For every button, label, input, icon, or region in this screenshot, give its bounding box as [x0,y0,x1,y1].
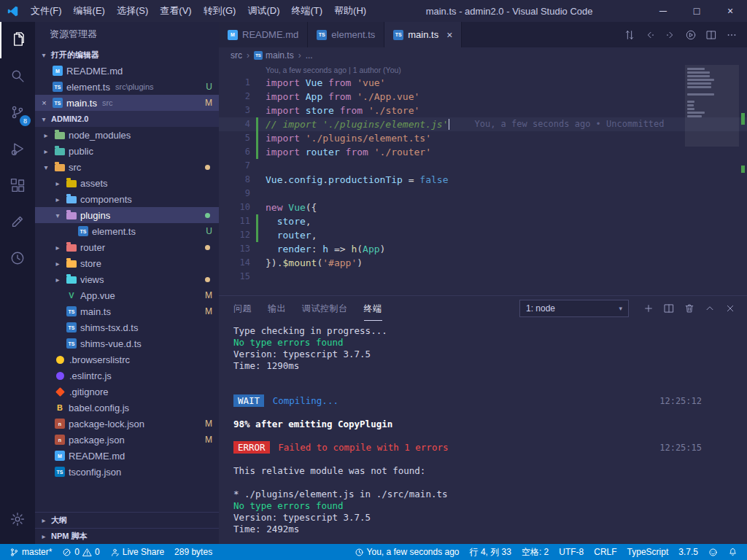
maximize-button[interactable]: □ [680,0,713,22]
panel-tab-item[interactable]: 问题 [233,296,252,321]
tree-item-browserslistrc[interactable]: .browserslistrc [35,351,219,368]
code-line[interactable]: 8Vue.config.productionTip = false [219,173,747,187]
menu-item-d[interactable]: 调试(D) [241,0,285,22]
code-line[interactable]: 2import App from './App.vue' [219,90,747,104]
open-changes-icon[interactable] [620,26,639,44]
status-ts-version[interactable]: 3.7.5 [673,544,703,560]
status-language[interactable]: TypeScript [622,544,674,560]
activity-extensions[interactable] [0,168,35,204]
open-editor-main-ts[interactable]: ×TSmain.tssrcM [35,95,219,111]
breadcrumb-item-item[interactable]: ... [306,50,313,61]
tree-item-readme-md[interactable]: MREADME.md [35,448,219,464]
status-indentation[interactable]: 空格: 2 [516,544,554,560]
tree-item-tsconfig-json[interactable]: TStsconfig.json [35,464,219,480]
tab-element-ts[interactable]: TSelement.ts [308,22,384,47]
close-icon[interactable]: × [446,29,452,41]
activity-debug[interactable] [0,131,35,168]
code-line[interactable]: 1import Vue from 'vue' [219,76,747,90]
terminal-selector[interactable]: 1: node ▾ [519,300,629,317]
previous-change-icon[interactable] [640,26,659,44]
activity-source-control[interactable]: 8 [0,95,35,131]
status-notifications[interactable] [723,544,743,560]
section-npm[interactable]: ▸NPM 脚本 [35,528,219,544]
tree-item-package-lock-json[interactable]: npackage-lock.jsonM [35,416,219,432]
split-terminal-icon[interactable] [659,299,678,318]
menu-item-v[interactable]: 查看(V) [154,0,197,22]
activity-explorer[interactable] [0,22,35,58]
status-problems[interactable]: 00 [57,544,104,560]
close-panel-icon[interactable] [721,299,740,318]
status-live-share[interactable]: Live Share [105,544,169,560]
tree-item-package-json[interactable]: npackage.jsonM [35,432,219,448]
code-line[interactable]: 5import './plugins/element.ts' [219,131,747,145]
close-icon[interactable]: × [39,98,49,107]
tree-item-views[interactable]: ▸views [35,271,219,287]
settings-gear[interactable] [0,502,35,538]
kill-terminal-icon[interactable] [680,299,699,318]
minimize-button[interactable]: ─ [646,0,680,22]
breadcrumb[interactable]: src›TSmain.ts›... [219,47,747,63]
tree-item-router[interactable]: ▸router [35,239,219,255]
status-feedback[interactable] [703,544,723,560]
menu-item-g[interactable]: 转到(G) [198,0,242,22]
status-git-branch[interactable]: master* [4,544,57,560]
open-editor-element-ts[interactable]: TSelement.tssrc\pluginsU [35,79,219,95]
code-line[interactable]: 7 [219,159,747,173]
tree-item-element-ts[interactable]: TSelement.tsU [35,223,219,239]
tree-item-app-vue[interactable]: VApp.vueM [35,287,219,303]
status-eol[interactable]: CRLF [589,544,622,560]
tree-item-assets[interactable]: ▸assets [35,175,219,191]
open-editor-readme-md[interactable]: MREADME.md [35,63,219,79]
status-encoding[interactable]: UTF-8 [554,544,589,560]
activity-search[interactable] [0,58,35,95]
status-file-size[interactable]: 289 bytes [169,544,217,560]
terminal-output[interactable]: Type checking in progress...No type erro… [219,321,747,544]
codelens[interactable]: You, a few seconds ago | 1 author (You) [219,63,747,76]
menu-item-f[interactable]: 文件(F) [25,0,68,22]
tree-item-store[interactable]: ▸store [35,255,219,271]
menu-item-h[interactable]: 帮助(H) [328,0,372,22]
breadcrumb-item-main-ts[interactable]: TSmain.ts [254,50,294,61]
code-line[interactable]: 4// import './plugins/element.js'You, a … [219,117,747,131]
activity-pencil[interactable] [0,204,35,241]
tree-item-src[interactable]: ▾src [35,159,219,175]
run-icon[interactable] [681,26,700,44]
panel-tab-item[interactable]: 输出 [268,296,286,321]
menu-item-e[interactable]: 编辑(E) [68,0,111,22]
panel-tab-item[interactable]: 终端 [364,296,382,321]
tree-item-shims-vue-d-ts[interactable]: TSshims-vue.d.ts [35,335,219,351]
menu-item-t[interactable]: 终端(T) [285,0,328,22]
tree-item-babel-config-js[interactable]: Bbabel.config.js [35,400,219,416]
tree-item-public[interactable]: ▸public [35,143,219,159]
tree-item-gitignore[interactable]: .gitignore [35,384,219,400]
code-line[interactable]: 10new Vue({ [219,201,747,214]
tab-readme-md[interactable]: MREADME.md [219,22,308,47]
more-actions-icon[interactable] [722,26,741,44]
tree-item-main-ts[interactable]: TSmain.tsM [35,303,219,319]
code-line[interactable]: 6import router from './router' [219,145,747,159]
code-line[interactable]: 14}).$mount('#app') [219,256,747,270]
tree-item-eslintrc-js[interactable]: .eslintrc.js [35,368,219,384]
section-item[interactable]: ▸大纲 [35,512,219,528]
panel-tab-item[interactable]: 调试控制台 [302,296,348,321]
code-line[interactable]: 9 [219,187,747,201]
tree-item-node-modules[interactable]: ▸node_modules [35,127,219,143]
breadcrumb-item-src[interactable]: src [231,50,242,61]
status-cursor-position[interactable]: 行 4, 列 33 [465,544,516,560]
menu-item-s[interactable]: 选择(S) [111,0,154,22]
code-line[interactable]: 15 [219,270,747,284]
tree-item-plugins[interactable]: ▾plugins [35,207,219,223]
activity-history[interactable] [0,241,35,277]
tab-main-ts[interactable]: TSmain.ts× [384,22,462,47]
minimap[interactable] [687,65,737,121]
status-gitlens-blame[interactable]: You, a few seconds ago [349,544,465,560]
tree-item-shims-tsx-d-ts[interactable]: TSshims-tsx.d.ts [35,319,219,335]
code-line[interactable]: 11 store, [219,214,747,228]
close-button[interactable]: × [713,0,747,22]
maximize-panel-icon[interactable] [700,299,719,318]
code-editor[interactable]: You, a few seconds ago | 1 author (You) … [219,63,747,295]
code-line[interactable]: 3import store from './store' [219,104,747,117]
split-editor-icon[interactable] [702,26,721,44]
next-change-icon[interactable] [661,26,680,44]
open-editors-header[interactable]: ▾ 打开的编辑器 [35,47,219,63]
